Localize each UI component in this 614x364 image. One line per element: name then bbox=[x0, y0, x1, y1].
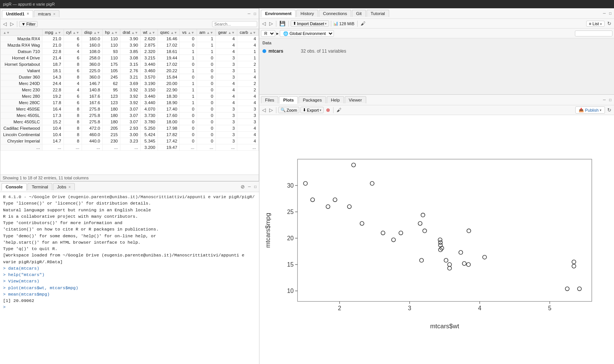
env-item-name: mtcars bbox=[268, 49, 299, 54]
zoom-btn[interactable]: 🔍 Zoom bbox=[278, 107, 299, 113]
col-header-drat[interactable]: drat ▲▼ bbox=[120, 29, 141, 36]
table-status-text: Showing 1 to 18 of 32 entries, 11 total … bbox=[3, 176, 89, 180]
tab-viewer[interactable]: Viewer bbox=[345, 96, 366, 103]
tab-terminal[interactable]: Terminal bbox=[27, 183, 52, 190]
col-header-carb[interactable]: carb ▲▼ bbox=[237, 29, 259, 36]
tab-environment[interactable]: Environment bbox=[261, 10, 296, 17]
tab-mtcars[interactable]: mtcars × bbox=[34, 10, 59, 17]
svg-text:30: 30 bbox=[287, 182, 294, 189]
col-header-disp[interactable]: disp ▲▼ bbox=[82, 29, 102, 36]
r-version-select[interactable]: R bbox=[261, 30, 275, 37]
data-viewer-panel: Untitled1 × mtcars × ◁ ▷ ▼ bbox=[0, 8, 259, 181]
viewer-panel: Files Plots Packages Help Viewer ◁ ▷ 🔍 Z… bbox=[259, 95, 614, 364]
col-header-mpg[interactable]: mpg ▲▼ bbox=[42, 29, 64, 36]
tab-plots[interactable]: Plots bbox=[279, 96, 298, 104]
table-search-input[interactable] bbox=[212, 21, 257, 27]
import-dataset-btn[interactable]: ⬆ Import Dataset ▾ bbox=[291, 20, 329, 27]
col-header-wt[interactable]: wt ▲▼ bbox=[141, 29, 158, 36]
maximize-env[interactable] bbox=[608, 11, 612, 16]
memory-label: 128 MiB bbox=[339, 21, 354, 26]
tab-packages[interactable]: Packages bbox=[299, 96, 326, 103]
minimize-env[interactable] bbox=[602, 11, 607, 16]
close-untitled1[interactable]: × bbox=[27, 12, 29, 16]
env-item[interactable]: mtcars 32 obs. of 11 variables bbox=[262, 48, 611, 55]
viewer-tabbar: Files Plots Packages Help Viewer bbox=[259, 95, 614, 105]
forward-btn[interactable]: ▷ bbox=[9, 21, 15, 27]
console-line: R is a collaborative project with many c… bbox=[3, 213, 256, 220]
tab-connections[interactable]: Connections bbox=[319, 10, 351, 17]
table-row: ..................3.20019.47............ bbox=[1, 144, 259, 151]
remove-plot-btn[interactable]: ⊗ bbox=[325, 107, 331, 113]
env-item-dot bbox=[262, 49, 266, 53]
console-line: > mean(mtcars$mpg) bbox=[3, 291, 256, 297]
console-line: Type 'demo()' for some demos, 'help()' f… bbox=[3, 233, 256, 239]
env-prev-btn[interactable]: ◁ bbox=[261, 20, 267, 27]
scatter-plot: 23451015202530mtcars$wtmtcars$mpg bbox=[263, 119, 606, 356]
list-view-btn[interactable]: ≡ List ▾ bbox=[586, 21, 605, 27]
viewer-brush-btn[interactable]: 🖌 bbox=[335, 107, 343, 113]
svg-text:4: 4 bbox=[478, 305, 481, 311]
maximize-data-viewer[interactable] bbox=[253, 11, 257, 16]
minimize-console[interactable] bbox=[247, 184, 252, 189]
console-line: [Workspace loaded from ~/Google Drive (e… bbox=[3, 252, 256, 265]
minimize-viewer[interactable] bbox=[602, 97, 607, 102]
viewer-refresh-btn[interactable]: ↻ bbox=[606, 107, 612, 113]
env-tabbar: Environment History Connections Git Tuto… bbox=[259, 8, 614, 19]
col-header-gear[interactable]: gear ▲▼ bbox=[216, 29, 237, 36]
close-mtcars[interactable]: × bbox=[53, 12, 56, 16]
tab-untitled1[interactable]: Untitled1 × bbox=[2, 10, 33, 18]
col-header-cyl[interactable]: cyl ▲▼ bbox=[64, 29, 82, 36]
back-btn[interactable]: ◁ bbox=[2, 21, 8, 27]
next-plot-btn[interactable]: ▷ bbox=[268, 107, 274, 113]
console-clear-btn[interactable]: ⊘ bbox=[240, 184, 246, 190]
table-row: Lincoln Continental10.48460.02153.005.42… bbox=[1, 132, 259, 138]
tab-history[interactable]: History bbox=[296, 10, 318, 17]
table-row: Merc 450SE16.48275.81803.074.07017.40003… bbox=[1, 106, 259, 112]
env-selector-row: R ▸ 🌐 Global Environment bbox=[259, 29, 614, 38]
env-fwd-btn[interactable]: ▷ bbox=[268, 20, 274, 27]
env-save-btn[interactable]: 💾 bbox=[278, 20, 287, 27]
publish-btn[interactable]: 📤 Publish ▾ bbox=[575, 106, 605, 114]
minimize-data-viewer[interactable] bbox=[247, 11, 252, 16]
table-row: Merc 240D24.44146.7623.693.19020.001042 bbox=[1, 80, 259, 87]
env-refresh-btn[interactable]: ↻ bbox=[606, 20, 612, 27]
maximize-console[interactable] bbox=[253, 184, 258, 189]
close-jobs[interactable]: × bbox=[68, 185, 71, 189]
tab-git[interactable]: Git bbox=[352, 10, 366, 17]
col-header-rowname[interactable]: ▲▼ bbox=[1, 29, 42, 36]
console-line: Type 'q()' to quit R. bbox=[3, 246, 256, 252]
global-env-select[interactable]: 🌐 Global Environment bbox=[280, 30, 334, 37]
data-table-container[interactable]: ▲▼ mpg ▲▼ cyl ▲▼ disp ▲▼ hp ▲▼ drat ▲▼ w… bbox=[0, 29, 259, 174]
maximize-viewer[interactable] bbox=[608, 97, 612, 102]
plot-area: 23451015202530mtcars$wtmtcars$mpg bbox=[259, 115, 614, 364]
tab-jobs[interactable]: Jobs × bbox=[53, 183, 75, 190]
env-content: Data mtcars 32 obs. of 11 variables bbox=[259, 38, 614, 94]
col-header-qsec[interactable]: qsec ▲▼ bbox=[158, 29, 180, 36]
console-line: > data(mtcars) bbox=[3, 265, 256, 271]
table-row: Datsun 71022.84108.0933.852.32018.611141 bbox=[1, 49, 259, 55]
console-line: > bbox=[3, 304, 256, 310]
prev-plot-btn[interactable]: ◁ bbox=[261, 107, 267, 113]
tab-console[interactable]: Console bbox=[2, 183, 27, 191]
col-header-hp[interactable]: hp ▲▼ bbox=[103, 29, 120, 36]
env-search-input[interactable] bbox=[575, 30, 612, 36]
console-line: Type 'contributors()' for more informati… bbox=[3, 220, 256, 226]
col-header-am[interactable]: am ▲▼ bbox=[197, 29, 215, 36]
tab-files[interactable]: Files bbox=[261, 96, 278, 103]
svg-text:15: 15 bbox=[287, 261, 294, 268]
memory-icon: 📊 bbox=[333, 21, 338, 26]
publish-icon: 📤 bbox=[579, 108, 584, 112]
console-panel: Console Terminal Jobs × ⊘ R 4.1.0 · ~/Go… bbox=[0, 181, 259, 364]
env-brush-btn[interactable]: 🖌 bbox=[359, 20, 367, 27]
tab-tutorial[interactable]: Tutorial bbox=[367, 10, 389, 17]
console-line: > help("mtcars") bbox=[3, 271, 256, 278]
col-header-vs[interactable]: vs ▲▼ bbox=[180, 29, 197, 36]
svg-rect-0 bbox=[297, 159, 592, 301]
filter-btn[interactable]: ▼ Filter bbox=[19, 21, 38, 27]
console-line: > plot(mtcars$wt, mtcars$mpg) bbox=[3, 285, 256, 291]
export-btn[interactable]: ⬇ Export ▾ bbox=[300, 107, 324, 113]
tab-help[interactable]: Help bbox=[327, 96, 344, 103]
table-row: Hornet 4 Drive21.46258.01103.083.21519.4… bbox=[1, 55, 259, 61]
console-line: 'citation()' on how to cite R or R packa… bbox=[3, 226, 256, 232]
table-row: Mazda RX4 Wag21.06160.01103.902.87517.02… bbox=[1, 42, 259, 49]
